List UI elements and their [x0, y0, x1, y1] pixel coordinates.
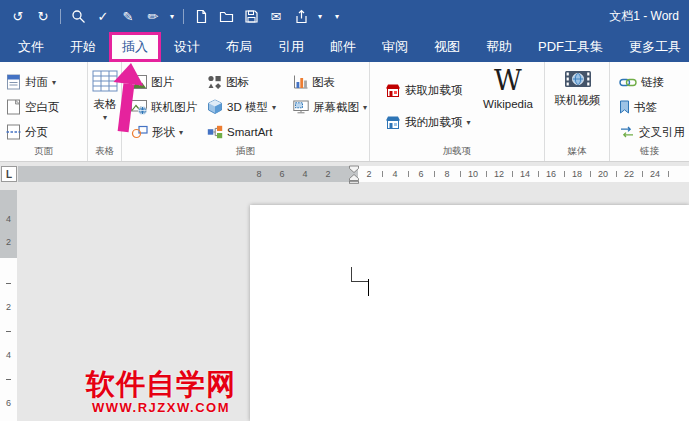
- cover-page-button[interactable]: 封面 ▾: [3, 70, 59, 94]
- icons-button[interactable]: 图标: [204, 70, 252, 94]
- online-video-label: 联机视频: [555, 93, 601, 108]
- ruler-number: 10: [466, 166, 480, 182]
- ruler-number: 6: [414, 166, 428, 182]
- page-break-label: 分页: [25, 125, 48, 140]
- get-addins-label: 获取加载项: [405, 83, 463, 98]
- print-preview-icon[interactable]: [70, 8, 86, 24]
- tab-design[interactable]: 设计: [161, 32, 213, 62]
- tab-help[interactable]: 帮助: [473, 32, 525, 62]
- cover-page-icon: [6, 74, 21, 90]
- cross-reference-icon: [619, 126, 635, 138]
- icons-icon: [207, 75, 222, 89]
- titlebar: ↺ ↻ ✓ ✎ ✏ ▾ ✉ ▾ ▾: [0, 0, 689, 32]
- get-addins-button[interactable]: 获取加载项: [382, 78, 466, 102]
- tab-layout[interactable]: 布局: [213, 32, 265, 62]
- tab-file[interactable]: 文件: [5, 32, 57, 62]
- 3d-models-button[interactable]: 3D 模型 ▾: [204, 95, 279, 119]
- dropdown-caret-icon: ▾: [103, 114, 107, 122]
- pen-icon[interactable]: ✏: [145, 8, 161, 24]
- link-button[interactable]: 链接: [616, 70, 667, 94]
- spelling-check-icon[interactable]: ✓: [95, 8, 111, 24]
- ruler-number: 4: [388, 166, 402, 182]
- tab-pdf-tools[interactable]: PDF工具集: [525, 32, 616, 62]
- chart-label: 图表: [312, 75, 335, 90]
- document-page[interactable]: [250, 205, 689, 421]
- customize-toolbar-caret-icon[interactable]: ▾: [335, 12, 339, 21]
- blank-page-button[interactable]: 空白页: [3, 95, 63, 119]
- screenshot-button[interactable]: 屏幕截图 ▾: [290, 95, 370, 119]
- ruler-number: 6: [277, 166, 287, 182]
- page-break-button[interactable]: 分页: [3, 120, 51, 144]
- tab-references[interactable]: 引用: [265, 32, 317, 62]
- toolbar-separator: [183, 9, 184, 24]
- tab-insert[interactable]: 插入: [109, 32, 161, 62]
- smartart-label: SmartArt: [227, 126, 272, 138]
- my-addins-icon: [385, 115, 401, 130]
- dropdown-caret-icon: ▾: [467, 118, 471, 127]
- tab-stop-selector[interactable]: L: [1, 166, 17, 182]
- ruler-number: 16: [544, 166, 558, 182]
- cross-reference-label: 交叉引用: [639, 125, 685, 140]
- ruler-number: 4: [0, 349, 17, 361]
- dropdown-caret-icon: ▾: [179, 128, 183, 137]
- chart-button[interactable]: 图表: [290, 70, 338, 94]
- bookmark-label: 书签: [634, 100, 657, 115]
- ruler-tick: [6, 283, 11, 284]
- wikipedia-icon: W: [494, 66, 522, 96]
- ruler-number: 8: [440, 166, 454, 182]
- chart-icon: [293, 75, 308, 89]
- tab-home[interactable]: 开始: [57, 32, 109, 62]
- wikipedia-label: Wikipedia: [483, 98, 533, 110]
- smartart-button[interactable]: SmartArt: [204, 120, 275, 144]
- new-document-icon[interactable]: [193, 8, 209, 24]
- group-label-illustrations: 插图: [122, 145, 369, 158]
- share-dropdown-caret-icon[interactable]: ▾: [318, 12, 322, 21]
- undo-icon[interactable]: ↺: [10, 8, 26, 24]
- my-addins-button[interactable]: 我的加载项 ▾: [382, 110, 474, 134]
- dropdown-caret-icon: ▾: [52, 78, 56, 87]
- dropdown-caret-icon: ▾: [272, 103, 276, 112]
- group-label-pages: 页面: [0, 145, 87, 158]
- bookmark-button[interactable]: 书签: [616, 95, 660, 119]
- pen-dropdown-caret-icon[interactable]: ▾: [170, 12, 174, 21]
- shapes-label: 形状: [152, 125, 175, 140]
- cross-reference-button[interactable]: 交叉引用: [616, 120, 688, 144]
- edit-pencil-icon[interactable]: ✎: [120, 8, 136, 24]
- 3d-models-label: 3D 模型: [227, 100, 268, 115]
- save-icon[interactable]: [243, 8, 259, 24]
- my-addins-label: 我的加载项: [405, 115, 463, 130]
- ruler-number: 12: [492, 166, 506, 182]
- ruler-number: 6: [0, 397, 17, 409]
- link-label: 链接: [641, 75, 664, 90]
- online-video-icon: [564, 69, 592, 91]
- email-icon[interactable]: ✉: [268, 8, 284, 24]
- group-pages: 封面 ▾ 空白页 分页 页面: [0, 62, 88, 161]
- tab-more-tools[interactable]: 更多工具: [616, 32, 689, 62]
- group-illustrations: 图片 联机图片 形状 ▾ 图标: [122, 62, 370, 161]
- ribbon-tab-row: 文件 开始 插入 设计 布局 引用 邮件 审阅 视图 帮助 PDF工具集 更多工…: [0, 32, 689, 62]
- ruler-number: 20: [596, 166, 610, 182]
- indent-markers[interactable]: [347, 165, 361, 184]
- cover-page-label: 封面: [25, 75, 48, 90]
- group-addins: 获取加载项 我的加载项 ▾ W Wikipedia 加载项: [370, 62, 545, 161]
- group-label-media: 媒体: [545, 145, 609, 158]
- online-pictures-label: 联机图片: [151, 100, 197, 115]
- group-label-links: 链接: [610, 145, 689, 158]
- online-video-button[interactable]: 联机视频: [547, 69, 608, 108]
- screenshot-icon: [293, 100, 309, 114]
- open-folder-icon[interactable]: [218, 8, 234, 24]
- annotation-arrow-shaft: [117, 83, 134, 132]
- share-icon[interactable]: [293, 8, 309, 24]
- tab-review[interactable]: 审阅: [369, 32, 421, 62]
- ruler-number: 2: [362, 166, 376, 182]
- ruler-number: 4: [300, 166, 310, 182]
- bookmark-icon: [619, 100, 630, 114]
- tab-mailings[interactable]: 邮件: [317, 32, 369, 62]
- tab-view[interactable]: 视图: [421, 32, 473, 62]
- redo-icon[interactable]: ↻: [35, 8, 51, 24]
- wikipedia-button[interactable]: W Wikipedia: [476, 66, 540, 110]
- group-media: 联机视频 媒体: [545, 62, 610, 161]
- text-cursor: [368, 279, 369, 296]
- 3d-model-icon: [207, 99, 223, 115]
- page-break-icon: [6, 124, 21, 140]
